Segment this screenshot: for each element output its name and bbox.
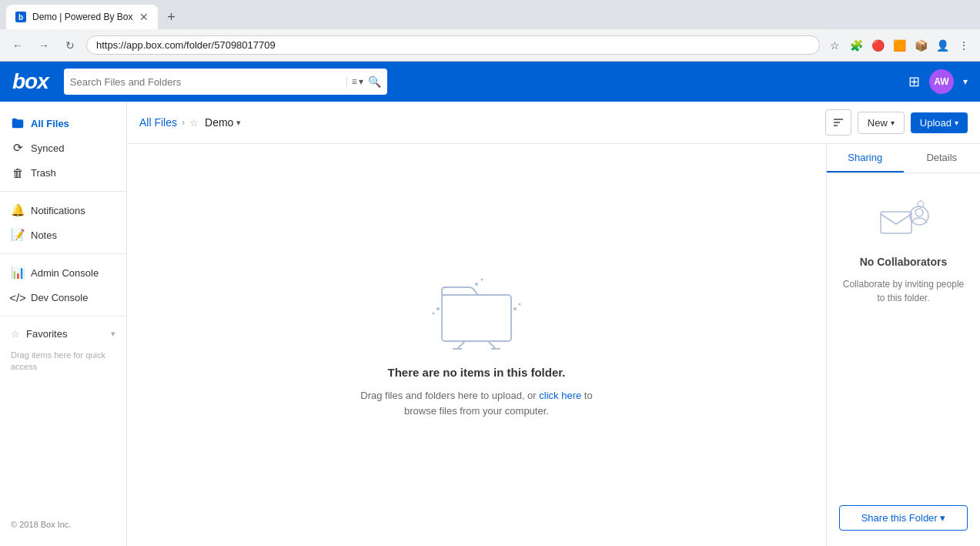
avatar[interactable]: AW [929,69,954,94]
new-tab-button[interactable]: + [161,6,182,28]
upload-btn-chevron: ▾ [955,119,958,127]
svg-point-9 [433,313,435,315]
sidebar-item-all-files[interactable]: All Files [0,111,126,136]
sidebar-label-synced: Synced [31,142,64,154]
sidebar-item-synced[interactable]: ⟳ Synced [0,136,126,160]
sidebar-item-dev-console[interactable]: </> Dev Console [0,285,126,310]
layout-toggle-button[interactable]: ⊞ [908,73,920,90]
empty-state-description: Drag files and folders here to upload, o… [353,388,600,418]
panel-body: No Collaborators Collaborate by inviting… [827,173,980,546]
svg-point-8 [436,307,440,310]
active-tab[interactable]: Demo | Powered By Box ✕ [6,5,158,29]
app-container: box ≡ ▾ 🔍 ⊞ AW ▾ All File [0,62,980,546]
upload-button[interactable]: Upload ▾ [911,112,968,133]
sidebar-divider-3 [0,316,126,317]
search-input[interactable] [70,76,342,88]
sidebar-item-admin-console[interactable]: 📊 Admin Console [0,260,126,285]
content-body: There are no items in this folder. Drag … [127,144,980,546]
drag-hint: Drag items here for quick access [0,345,126,378]
sidebar-item-notes[interactable]: 📝 Notes [0,223,126,247]
sidebar-favorites[interactable]: ☆ Favorites ▾ [0,323,126,345]
extension-icon2[interactable]: 🔴 [869,37,886,54]
bell-icon: 🔔 [11,203,25,217]
svg-rect-3 [442,295,511,341]
sidebar-label-trash: Trash [31,167,56,179]
sidebar: All Files ⟳ Synced 🗑 Trash 🔔 Notificatio… [0,102,127,546]
notes-icon: 📝 [11,228,25,242]
breadcrumb-current-folder: Demo ▾ [205,116,241,129]
breadcrumb-root-link[interactable]: All Files [139,116,177,129]
url-text: https://app.box.com/folder/57098017709 [96,39,276,51]
panel-tabs: Sharing Details [827,144,980,173]
admin-icon: 📊 [11,266,25,280]
menu-icon[interactable]: ⋮ [955,37,972,54]
breadcrumb-separator: › [182,117,185,128]
no-collaborators-desc: Collaborate by inviting people to this f… [839,277,968,305]
breadcrumb-dropdown-icon[interactable]: ▾ [236,118,241,128]
tab-close-btn[interactable]: ✕ [139,11,149,23]
extension-icon1[interactable]: 🧩 [848,37,865,54]
svg-point-16 [915,209,923,216]
star-icon: ☆ [11,328,20,340]
app-header: box ≡ ▾ 🔍 ⊞ AW ▾ [0,62,980,102]
share-folder-button[interactable]: Share this Folder ▾ [839,505,968,531]
favorites-chevron: ▾ [111,329,115,339]
sidebar-item-notifications[interactable]: 🔔 Notifications [0,198,126,223]
sidebar-footer: © 2018 Box Inc. [0,512,126,537]
avatar-chevron[interactable]: ▾ [963,76,968,87]
url-input[interactable]: https://app.box.com/folder/57098017709 [86,35,820,55]
svg-point-11 [519,303,521,306]
no-collaborators-icon [873,196,935,246]
tab-bar: Demo | Powered By Box ✕ + [0,0,980,29]
content-toolbar: All Files › ☆ Demo ▾ [127,102,980,144]
tab-sharing[interactable]: Sharing [827,144,904,173]
profile-icon[interactable]: 👤 [934,37,951,54]
toolbar-actions: New ▾ Upload ▾ [825,109,968,136]
main-layout: All Files ⟳ Synced 🗑 Trash 🔔 Notificatio… [0,102,980,546]
new-button-label: New [868,117,888,129]
address-actions: ☆ 🧩 🔴 🟧 📦 👤 ⋮ [826,37,972,54]
svg-point-12 [475,283,478,286]
browser-chrome: Demo | Powered By Box ✕ + ← → ↻ https://… [0,0,980,62]
box-logo: box [12,69,48,94]
extension-icon4[interactable]: 📦 [912,37,929,54]
sidebar-divider-2 [0,253,126,254]
no-collaborators-title: No Collaborators [860,256,948,268]
filter-chevron: ▾ [359,76,363,87]
new-btn-chevron: ▾ [891,119,895,127]
sidebar-item-trash[interactable]: 🗑 Trash [0,160,126,185]
trash-icon: 🗑 [11,166,25,179]
sidebar-divider-1 [0,191,126,192]
breadcrumb-star-icon[interactable]: ☆ [189,117,199,129]
sync-icon: ⟳ [11,141,25,155]
back-button[interactable]: ← [8,35,28,55]
click-here-link[interactable]: click here [539,390,581,401]
tab-title: Demo | Powered By Box [32,12,133,22]
empty-state-title: There are no items in this folder. [388,366,566,379]
header-actions: ⊞ AW ▾ [908,69,968,94]
code-icon: </> [11,290,25,304]
forward-button[interactable]: → [34,35,54,55]
refresh-button[interactable]: ↻ [60,35,80,55]
empty-desc-text1: Drag files and folders here to upload, o… [360,390,539,401]
sort-button[interactable] [825,109,851,136]
search-filter-button[interactable]: ≡ ▾ [346,76,363,87]
sidebar-label-all-files: All Files [31,118,69,129]
svg-line-4 [457,341,465,349]
favorites-label: Favorites [26,328,67,340]
svg-rect-14 [881,212,911,233]
new-button[interactable]: New ▾ [858,112,905,134]
tab-details[interactable]: Details [904,144,981,173]
right-panel: Sharing Details [826,144,980,546]
bookmark-icon[interactable]: ☆ [826,37,843,54]
breadcrumb-current-label: Demo [205,116,233,129]
extension-icon3[interactable]: 🟧 [891,37,908,54]
address-bar: ← → ↻ https://app.box.com/folder/5709801… [0,29,980,62]
empty-state: There are no items in this folder. Drag … [353,272,600,418]
svg-line-5 [488,341,496,349]
content-area: All Files › ☆ Demo ▾ [127,102,980,546]
folder-icon [11,116,25,130]
search-submit-button[interactable]: 🔍 [368,75,381,88]
empty-folder-illustration [426,272,527,357]
svg-point-10 [513,307,517,310]
